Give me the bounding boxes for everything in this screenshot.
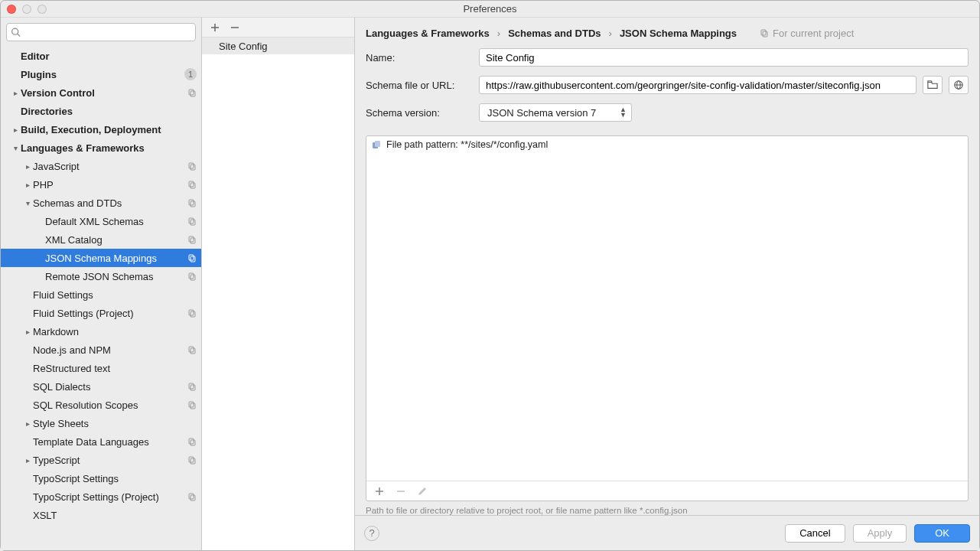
tree-item-label: Markdown [33,326,197,337]
breadcrumb-item[interactable]: Schemas and DTDs [508,28,601,39]
svg-rect-11 [190,220,195,225]
breadcrumb-item[interactable]: Languages & Frameworks [366,28,490,39]
tree-item[interactable]: ▸Build, Execution, Deployment [1,120,201,139]
window-controls [7,5,47,14]
tree-item[interactable]: Remote JSON Schemas [1,267,201,285]
tree-item[interactable]: SQL Dialects [1,377,201,396]
minimize-window-button[interactable] [22,5,31,14]
settings-tree[interactable]: EditorPlugins1▸Version ControlDirectorie… [1,47,201,550]
tree-item[interactable]: XSLT [1,506,201,524]
svg-rect-6 [189,181,194,187]
tree-item[interactable]: SQL Resolution Scopes [1,396,201,414]
chevron-right-icon: ▸ [22,181,33,189]
tree-item-label: TypoScript Settings (Project) [33,491,187,503]
schema-url-input[interactable] [479,76,917,94]
apply-button[interactable]: Apply [853,524,907,543]
tree-item[interactable]: ▸PHP [1,175,201,194]
cancel-button[interactable]: Cancel [785,524,845,543]
tree-item-label: Version Control [21,87,187,99]
svg-rect-20 [189,347,194,352]
tree-item[interactable]: Directories [1,102,201,120]
tree-item-label: XSLT [33,510,197,521]
tree-item[interactable]: Fluid Settings (Project) [1,304,201,322]
tree-item[interactable]: Plugins1 [1,65,201,83]
breadcrumb-item[interactable]: JSON Schema Mappings [620,28,737,39]
svg-rect-2 [189,90,194,95]
select-arrows-icon: ▲▼ [620,107,627,118]
add-pattern-button[interactable] [374,486,385,497]
tree-item[interactable]: TypoScript Settings (Project) [1,487,201,506]
svg-rect-5 [190,165,195,170]
tree-item-label: JSON Schema Mappings [45,253,187,264]
tree-item[interactable]: ▸Version Control [1,83,201,102]
maximize-window-button[interactable] [37,5,47,14]
tree-item[interactable]: Default XML Schemas [1,212,201,230]
duplicate-icon [187,198,197,207]
tree-item[interactable]: ▸Markdown [1,322,201,341]
tree-item[interactable]: ▸JavaScript [1,157,201,175]
edit-pattern-button[interactable] [417,486,428,497]
svg-rect-23 [190,385,195,390]
duplicate-icon [187,217,197,226]
schema-list[interactable]: Site Config [202,37,354,550]
schema-list-item[interactable]: Site Config [202,37,354,54]
svg-rect-36 [763,31,767,37]
download-schema-button[interactable] [949,76,969,94]
duplicate-icon [187,492,197,501]
tree-item-label: Fluid Settings (Project) [33,308,187,319]
tree-item-label: SQL Dialects [33,381,187,393]
search-input[interactable] [6,23,196,41]
hint-text: Path to file or directory relative to pr… [355,501,979,515]
breadcrumb-separator-icon: › [497,28,500,39]
chevron-right-icon: ▸ [10,89,21,97]
svg-rect-31 [190,495,195,500]
ok-button[interactable]: OK [914,524,970,543]
close-window-button[interactable] [7,5,16,14]
file-patterns-panel: File path pattern: **/sites/*/config.yam… [366,135,969,501]
tree-item[interactable]: ▾Languages & Frameworks [1,139,201,157]
name-input[interactable] [479,48,969,67]
tree-item[interactable]: Editor [1,47,201,65]
svg-rect-35 [761,30,766,35]
tree-item[interactable]: TypoScript Settings [1,469,201,487]
duplicate-icon [187,235,197,244]
tree-item-label: Plugins [21,69,184,80]
schema-list-panel: Site Config [202,18,355,550]
pattern-row[interactable]: File path pattern: **/sites/*/config.yam… [366,136,968,153]
tree-item[interactable]: ▸Style Sheets [1,414,201,432]
tree-item[interactable]: Node.js and NPM [1,341,201,359]
preferences-window: Preferences EditorPlugins1▸Version Contr… [0,0,980,551]
chevron-right-icon: ▸ [22,328,33,336]
svg-rect-22 [189,383,194,389]
tree-item-label: TypoScript Settings [33,473,197,484]
help-button[interactable]: ? [364,526,379,541]
tree-item-label: Languages & Frameworks [21,142,197,154]
tree-item[interactable]: XML Catalog [1,230,201,249]
svg-rect-21 [190,348,195,354]
tree-item-label: Directories [21,106,197,117]
tree-item[interactable]: ▾Schemas and DTDs [1,194,201,212]
svg-rect-16 [189,273,194,279]
svg-rect-24 [189,402,194,407]
add-schema-button[interactable] [210,22,220,33]
remove-schema-button[interactable] [230,22,240,33]
titlebar: Preferences [1,1,979,18]
dialog-footer: ? Cancel Apply OK [355,515,979,550]
breadcrumb-separator-icon: › [609,28,612,39]
svg-rect-29 [190,458,195,464]
tree-item[interactable]: JSON Schema Mappings [1,249,201,267]
svg-rect-28 [189,457,194,462]
svg-point-0 [12,28,18,34]
remove-pattern-button[interactable] [396,486,406,497]
browse-file-button[interactable] [923,76,943,94]
tree-item[interactable]: Template Data Languages [1,432,201,451]
svg-rect-17 [190,275,195,280]
svg-rect-3 [190,91,195,96]
tree-item[interactable]: ReStructured text [1,359,201,377]
schema-version-select[interactable]: JSON Schema version 7 ▲▼ [479,103,632,122]
tree-item-label: SQL Resolution Scopes [33,399,187,411]
tree-item[interactable]: ▸TypeScript [1,451,201,469]
tree-item[interactable]: Fluid Settings [1,285,201,304]
pattern-icon [371,139,382,150]
duplicate-icon [187,345,197,354]
